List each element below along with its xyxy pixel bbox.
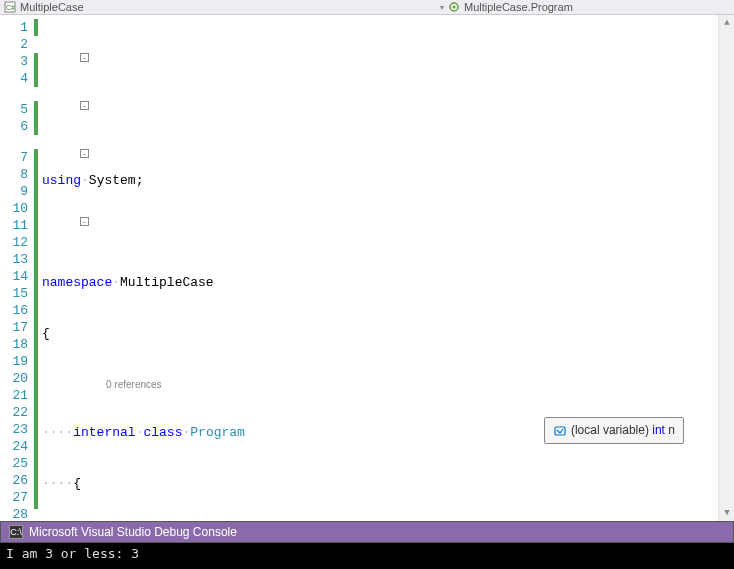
console-output[interactable]: I am 3 or less: 3 — [0, 543, 734, 569]
code-line — [42, 223, 718, 240]
code-line: { — [42, 325, 718, 342]
console-icon: C:\ — [9, 525, 23, 539]
breadcrumb-bar: C# MultipleCase ▾ MultipleCase.Program — [0, 0, 734, 15]
breadcrumb-right[interactable]: ▾ MultipleCase.Program — [440, 1, 573, 13]
component-icon — [448, 1, 460, 13]
scroll-down-icon[interactable]: ▼ — [719, 505, 734, 521]
codelens-references[interactable]: 0 references — [106, 376, 162, 393]
collapse-icon[interactable]: - — [80, 149, 89, 158]
code-line: using·System; — [42, 172, 718, 189]
dropdown-caret-icon: ▾ — [440, 3, 444, 12]
code-area[interactable]: - - - - using·System; namespace·Multiple… — [40, 15, 718, 521]
svg-point-3 — [453, 6, 456, 9]
collapse-icon[interactable]: - — [80, 101, 89, 110]
breadcrumb-right-label: MultipleCase.Program — [464, 1, 573, 13]
code-line: namespace·MultipleCase — [42, 274, 718, 291]
console-titlebar[interactable]: C:\ Microsoft Visual Studio Debug Consol… — [0, 521, 734, 543]
local-variable-icon — [553, 424, 567, 438]
line-number-gutter: 123 456 789 101112 131415 161718 192021 … — [0, 15, 34, 521]
svg-text:C#: C# — [6, 4, 15, 11]
debug-console: C:\ Microsoft Visual Studio Debug Consol… — [0, 521, 734, 569]
intellisense-tooltip: (local variable) int n — [544, 417, 684, 444]
breadcrumb-left[interactable]: C# MultipleCase — [0, 1, 440, 13]
code-editor[interactable]: 123 456 789 101112 131415 161718 192021 … — [0, 15, 734, 521]
tooltip-text: (local variable) int n — [571, 422, 675, 439]
scroll-up-icon[interactable]: ▲ — [719, 15, 734, 31]
breadcrumb-left-label: MultipleCase — [20, 1, 84, 13]
csharp-file-icon: C# — [4, 1, 16, 13]
collapse-icon[interactable]: - — [80, 53, 89, 62]
console-title-text: Microsoft Visual Studio Debug Console — [29, 525, 237, 539]
code-line: ····{ — [42, 475, 718, 492]
vertical-scrollbar[interactable]: ▲ ▼ — [718, 15, 734, 521]
